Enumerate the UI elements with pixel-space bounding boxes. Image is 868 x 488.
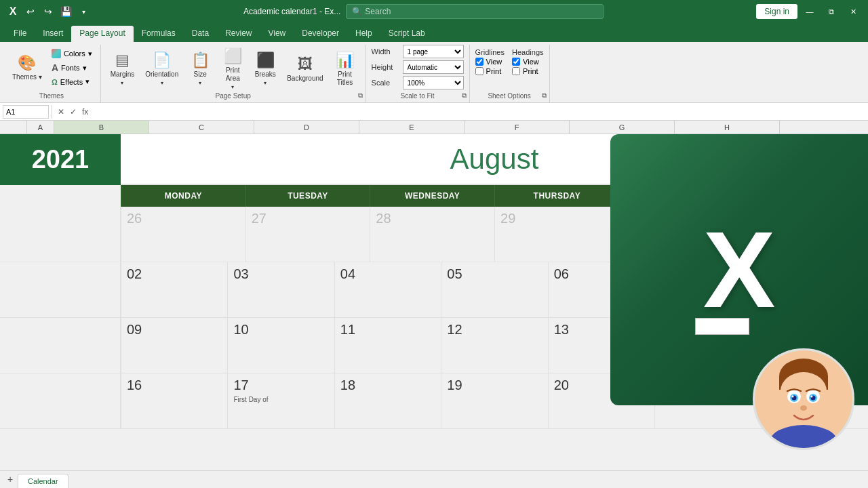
cal-row-spacer-3 bbox=[0, 318, 121, 373]
tab-view[interactable]: View bbox=[260, 26, 294, 42]
year-cell[interactable]: 2021 bbox=[0, 134, 121, 185]
col-header-c[interactable]: C bbox=[149, 121, 254, 134]
small-rectangle[interactable] bbox=[695, 318, 749, 335]
tab-page-layout[interactable]: Page Layout bbox=[71, 26, 133, 42]
breaks-icon: ⬛ bbox=[256, 52, 275, 69]
add-sheet-button[interactable]: + bbox=[3, 472, 18, 487]
themes-label: Themes ▾ bbox=[12, 73, 42, 81]
headings-view-row: View bbox=[512, 58, 543, 66]
cal-cell-10[interactable]: 10 bbox=[227, 318, 334, 373]
width-label: Width bbox=[372, 47, 400, 56]
tab-help[interactable]: Help bbox=[347, 26, 380, 42]
sheet-options-expand[interactable]: ⧉ bbox=[542, 92, 547, 100]
scale-select[interactable]: 100% 75% 50% bbox=[403, 76, 464, 89]
avatar-svg bbox=[755, 350, 852, 448]
save-button[interactable]: 💾 bbox=[58, 4, 73, 19]
size-label: Size bbox=[193, 70, 206, 79]
svg-point-10 bbox=[792, 396, 794, 398]
cal-cell-26[interactable]: 26 bbox=[121, 207, 245, 262]
gridlines-view-label: View bbox=[486, 58, 502, 66]
col-header-g[interactable]: G bbox=[570, 121, 675, 134]
cal-cell-29[interactable]: 29 bbox=[494, 207, 619, 262]
height-select[interactable]: Automatic 1 page bbox=[403, 60, 464, 74]
col-header-d[interactable]: D bbox=[254, 121, 359, 134]
page-setup-expand[interactable]: ⧉ bbox=[358, 92, 363, 100]
day-header-spacer bbox=[0, 185, 121, 207]
headings-header: Headings bbox=[512, 48, 543, 56]
note-17: First Day of bbox=[233, 396, 328, 403]
fonts-icon: A bbox=[52, 62, 58, 73]
tab-file[interactable]: File bbox=[5, 26, 35, 42]
size-button[interactable]: 📋 Size ▾ bbox=[185, 49, 215, 89]
background-button[interactable]: 🖼 Background bbox=[283, 53, 327, 85]
search-input[interactable] bbox=[365, 7, 597, 16]
insert-function-icon[interactable]: fx bbox=[79, 107, 91, 117]
cal-cell-28[interactable]: 28 bbox=[370, 207, 494, 262]
gridlines-print-row: Print bbox=[475, 67, 507, 75]
headings-print-checkbox[interactable] bbox=[512, 67, 520, 75]
search-box[interactable]: 🔍 bbox=[346, 4, 604, 19]
cal-cell-18[interactable]: 18 bbox=[334, 373, 441, 428]
close-button[interactable]: ✕ bbox=[844, 4, 863, 19]
tab-review[interactable]: Review bbox=[217, 26, 260, 42]
cal-cell-09[interactable]: 09 bbox=[121, 318, 227, 373]
scale-expand[interactable]: ⧉ bbox=[462, 92, 467, 100]
svg-point-14 bbox=[821, 394, 832, 408]
cal-cell-11[interactable]: 11 bbox=[334, 318, 441, 373]
cal-cell-02[interactable]: 02 bbox=[121, 262, 227, 317]
orientation-label: Orientation bbox=[145, 70, 178, 79]
cal-cell-12[interactable]: 12 bbox=[441, 318, 547, 373]
restore-button[interactable]: ⧉ bbox=[822, 4, 841, 19]
more-commands-button[interactable]: ▾ bbox=[76, 4, 91, 19]
cal-cell-04[interactable]: 04 bbox=[334, 262, 441, 317]
themes-button[interactable]: 🎨 Themes ▾ bbox=[8, 52, 46, 84]
headings-view-checkbox[interactable] bbox=[512, 58, 520, 66]
themes-icon: 🎨 bbox=[18, 54, 36, 72]
gridlines-view-checkbox[interactable] bbox=[475, 58, 484, 66]
cal-cell-05[interactable]: 05 bbox=[441, 262, 547, 317]
ribbon-spacer bbox=[550, 45, 865, 102]
day-header-thursday: THURSDAY bbox=[494, 185, 619, 207]
scale-label: Scale bbox=[372, 79, 400, 87]
tab-insert[interactable]: Insert bbox=[35, 26, 71, 42]
print-area-button[interactable]: ⬜ PrintArea ▾ bbox=[218, 45, 248, 93]
name-box[interactable] bbox=[3, 105, 49, 119]
sign-in-button[interactable]: Sign in bbox=[756, 4, 797, 19]
formula-input[interactable] bbox=[91, 107, 865, 117]
svg-point-13 bbox=[775, 394, 786, 408]
print-area-icon: ⬜ bbox=[224, 47, 242, 65]
sheet-tab-calendar[interactable]: Calendar bbox=[18, 474, 68, 488]
minimize-button[interactable]: — bbox=[800, 4, 819, 19]
col-header-b[interactable]: B bbox=[54, 121, 149, 134]
cal-cell-19[interactable]: 19 bbox=[441, 373, 547, 428]
tab-formulas[interactable]: Formulas bbox=[134, 26, 184, 42]
size-icon: 📋 bbox=[191, 52, 210, 69]
gridlines-view-row: View bbox=[475, 58, 507, 66]
col-header-a[interactable]: A bbox=[27, 121, 54, 134]
redo-button[interactable]: ↪ bbox=[41, 4, 56, 19]
col-header-h[interactable]: H bbox=[675, 121, 780, 134]
colors-button[interactable]: Colors ▾ bbox=[49, 47, 95, 60]
fonts-button[interactable]: A Fonts ▾ bbox=[49, 61, 95, 75]
undo-button[interactable]: ↩ bbox=[23, 4, 38, 19]
cal-cell-03[interactable]: 03 bbox=[227, 262, 334, 317]
title-bar-right: Sign in — ⧉ ✕ bbox=[756, 4, 863, 19]
confirm-formula-icon[interactable]: ✓ bbox=[67, 107, 79, 117]
orientation-button[interactable]: 📄 Orientation ▾ bbox=[141, 49, 182, 89]
col-header-f[interactable]: F bbox=[465, 121, 570, 134]
cancel-formula-icon[interactable]: ✕ bbox=[55, 107, 67, 117]
cal-cell-17[interactable]: 17First Day of bbox=[227, 373, 334, 428]
effects-button[interactable]: Ω Effects ▾ bbox=[49, 76, 95, 87]
window-title: Academic calendar1 - Ex... bbox=[243, 7, 340, 16]
breaks-button[interactable]: ⬛ Breaks ▾ bbox=[250, 49, 280, 89]
tab-script-lab[interactable]: Script Lab bbox=[380, 26, 433, 42]
print-titles-button[interactable]: 📊 PrintTitles bbox=[330, 49, 360, 89]
gridlines-print-checkbox[interactable] bbox=[475, 67, 484, 75]
col-header-e[interactable]: E bbox=[359, 121, 465, 134]
tab-data[interactable]: Data bbox=[184, 26, 217, 42]
margins-button[interactable]: ▤ Margins ▾ bbox=[106, 49, 139, 89]
cal-cell-16[interactable]: 16 bbox=[121, 373, 227, 428]
cal-cell-27[interactable]: 27 bbox=[245, 207, 370, 262]
tab-developer[interactable]: Developer bbox=[294, 26, 347, 42]
width-select[interactable]: 1 page Automatic bbox=[403, 45, 464, 58]
